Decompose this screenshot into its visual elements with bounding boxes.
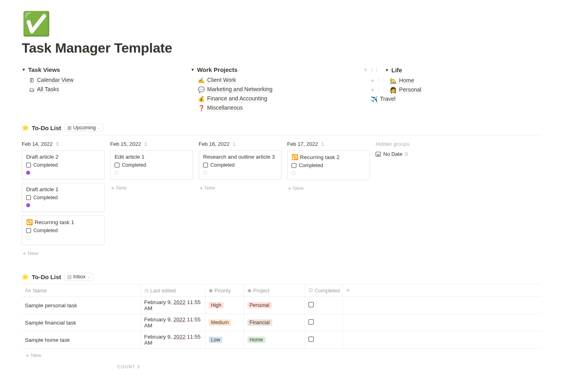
page-link-label: Miscellaneous [207,104,243,111]
card-completed-row: Completed [203,162,277,168]
db-icon: 🌟 [22,274,29,280]
new-card-button[interactable]: +New [287,183,370,193]
board-date-label: Feb 17, 2022 [287,141,318,147]
board-column-header[interactable]: Feb 17, 20221 [287,141,370,147]
drag-handle-icon[interactable]: ⋮⋮ [370,68,379,72]
new-card-button[interactable]: +New [110,183,193,193]
checkbox-icon[interactable] [308,319,314,325]
card-title: 🔁Recurring task 1 [26,219,100,225]
db-title[interactable]: To-Do List [32,274,61,280]
toggle-life[interactable]: + ⋮⋮ ▼ Life [364,66,541,74]
board-card[interactable]: 🔁Recurring task 1Completed [22,215,105,245]
cell-project[interactable]: Personal [244,297,305,314]
plus-icon: + [111,184,115,191]
completed-label: Completed [299,163,323,168]
card-title: Research and outline article 3 [203,154,277,160]
db-title[interactable]: To-Do List [32,125,61,131]
checkbox-icon[interactable] [308,337,314,342]
db-header-inbox: 🌟 To-Do List ▤ Inbox ⌄ [22,273,541,281]
nav-item[interactable]: ✍️Client Work [198,76,236,85]
chevron-down-icon: ⌄ [97,126,101,130]
plus-icon[interactable]: + [346,287,350,294]
board-card[interactable]: Draft article 1Completed [22,183,105,212]
toggle-work-projects[interactable]: ▼ Work Projects [191,66,351,73]
checkbox-icon[interactable] [292,163,296,168]
cell-project[interactable]: Home [244,331,305,349]
new-row-button[interactable]: + New [25,350,42,360]
cell-priority[interactable]: High [205,297,244,314]
cell-project[interactable]: Financial [244,314,305,331]
checkbox-icon[interactable] [26,228,31,233]
board-column-header[interactable]: Feb 14, 20223 [22,141,105,147]
board-upcoming: Feb 14, 20223Draft article 2CompletedDra… [22,135,541,258]
board-card[interactable]: Research and outline article 3Completed [199,150,282,180]
page-link-label: Client Work [207,77,236,84]
cell-priority[interactable]: Low [205,331,244,349]
toggle-label: Task Views [28,66,60,73]
board-card[interactable]: 🔁Recurring task 2Completed [287,150,370,180]
checkbox-icon[interactable] [115,163,119,167]
plus-icon[interactable]: + [364,66,367,74]
completed-label: Completed [210,162,234,168]
cell-name[interactable]: Sample financial task [22,314,141,331]
caret-down-icon: ▼ [385,68,389,72]
board-column-header[interactable]: Feb 16, 20221 [199,141,282,147]
caret-down-icon: ▼ [191,67,195,72]
col-header-completed[interactable]: ☑Completed [305,284,343,297]
block-hover-controls[interactable]: +⋮⋮ [371,86,386,94]
plus-icon[interactable]: + [371,77,374,84]
nav-item[interactable]: 👩Personal [390,85,421,94]
cell-completed[interactable] [305,331,343,349]
view-label: Upcoming [73,125,96,131]
new-card-button[interactable]: +New [22,248,105,258]
block-hover-controls[interactable]: +⋮⋮ [371,77,386,84]
cell-name[interactable]: Sample personal task [22,297,141,314]
col-header-last-edited[interactable]: ◷Last edited [141,284,205,297]
hidden-group-no-date[interactable]: No Date 0 [376,151,440,157]
cell-completed[interactable] [305,297,343,314]
board-card[interactable]: Edit article 1Completed [110,150,193,180]
nav-item[interactable]: 🏡Home [390,76,414,85]
nav-item[interactable]: 🗂All Tasks [29,85,59,94]
table-count-footer: COUNT 3 [22,362,541,369]
cell-priority[interactable]: Medium [205,314,244,331]
table-row[interactable]: Sample personal taskFebruary 9, 2022 11:… [22,297,541,314]
col-header-project[interactable]: ◉Project [244,284,305,297]
cell-completed[interactable] [305,314,343,331]
cell-empty [343,297,541,314]
nav-item[interactable]: 🗓Calendar View [29,76,74,85]
plus-icon[interactable]: + [371,86,374,94]
col-header-add[interactable]: + [343,284,541,297]
status-dot-icon [26,203,30,207]
nav-item[interactable]: 💰Finance and Accounting [198,94,267,103]
page-icon[interactable]: ✅ [22,12,541,35]
board-count: 1 [321,141,324,147]
col-header-name[interactable]: AaName [22,284,141,297]
col-header-priority[interactable]: ◉Priority [205,284,244,297]
checkbox-icon[interactable] [26,195,31,200]
page-title: Task Manager Template [22,40,541,56]
toggle-task-views[interactable]: ▼ Task Views [22,66,191,73]
view-switcher-upcoming[interactable]: ▦ Upcoming ⌄ [64,124,103,132]
table-row[interactable]: Sample home taskFebruary 9, 2022 11:55 A… [22,331,541,349]
page-link-label: Personal [399,86,421,93]
cell-name[interactable]: Sample home task [22,331,141,349]
drag-handle-icon[interactable]: ⋮⋮ [377,78,386,83]
new-label: New [116,185,127,191]
nav-item[interactable]: ❓Miscellaneous [198,103,243,112]
board-card[interactable]: Draft article 2Completed [22,150,105,180]
text-prop-icon: Aa [25,288,31,293]
nav-item[interactable]: 💬Marketing and Networking [198,85,273,94]
table-row[interactable]: Sample financial taskFebruary 9, 2022 11… [22,314,541,331]
new-card-button[interactable]: +New [199,183,282,193]
block-hover-controls[interactable]: + ⋮⋮ [364,66,379,74]
view-switcher-inbox[interactable]: ▤ Inbox ⌄ [64,273,93,281]
project-pill: Financial [247,319,272,326]
checkbox-icon[interactable] [308,302,314,307]
completed-label: Completed [122,162,146,168]
checkbox-icon[interactable] [26,163,31,167]
checkbox-icon[interactable] [203,163,208,167]
board-column-header[interactable]: Feb 15, 20221 [110,141,193,147]
drag-handle-icon[interactable]: ⋮⋮ [377,88,386,92]
nav-item[interactable]: ✈️Travel [371,94,395,104]
